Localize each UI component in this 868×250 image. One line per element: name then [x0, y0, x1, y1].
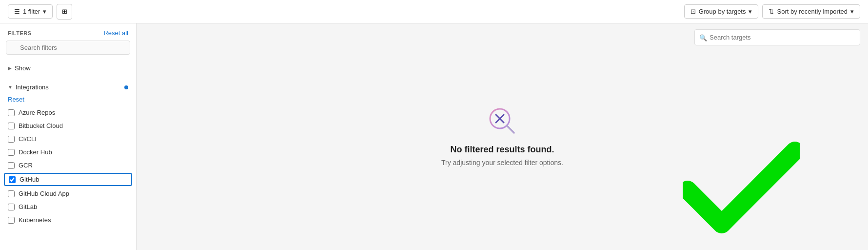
- filter-item-label: Bitbucket Cloud: [19, 122, 63, 129]
- no-results-title: No filtered results found.: [450, 145, 554, 155]
- show-section: ▶ Show: [0, 59, 136, 78]
- filter-checkbox-kubernetes[interactable]: [8, 217, 15, 224]
- chevron-down-icon: ▾: [43, 8, 46, 15]
- filter-item[interactable]: Kubernetes: [0, 213, 136, 227]
- show-section-header[interactable]: ▶ Show: [0, 61, 136, 76]
- group-icon: ⊡: [690, 8, 696, 15]
- filter-item-label: GitHub Cloud App: [19, 190, 69, 197]
- integrations-section-label: Integrations: [16, 83, 49, 91]
- filter-item[interactable]: CI/CLI: [0, 132, 136, 146]
- sort-icon: ⇅: [769, 8, 774, 15]
- filter-label: 1 filter: [23, 8, 40, 15]
- integrations-section: ▼ Integrations Reset Azure ReposBitbucke…: [0, 78, 136, 229]
- filter-checkbox-gitlab[interactable]: [8, 204, 15, 210]
- filter-item-label: Azure Repos: [19, 109, 55, 116]
- group-by-button[interactable]: ⊡ Group by targets ▾: [684, 4, 759, 19]
- filter-checkbox-github[interactable]: [9, 176, 16, 183]
- filter-item-label: Docker Hub: [19, 148, 52, 156]
- filter-item[interactable]: Bitbucket Cloud: [0, 119, 136, 132]
- search-filters-input[interactable]: [6, 41, 130, 55]
- sort-chevron-icon: ▾: [850, 8, 854, 15]
- top-toolbar: ☰ 1 filter ▾ ⊞ ⊡ Group by targets ▾ ⇅ So…: [0, 0, 868, 23]
- grid-icon: ⊞: [62, 8, 67, 15]
- filter-checkbox-ci/cli[interactable]: [8, 136, 15, 143]
- show-section-label: Show: [15, 64, 31, 72]
- search-filters-wrapper: 🔍: [0, 41, 136, 59]
- search-targets-icon: 🔍: [699, 34, 707, 41]
- content-area: 🔍 No filtered results found. Try adj: [137, 23, 868, 250]
- filter-checkbox-docker-hub[interactable]: [8, 149, 15, 156]
- sidebar: FILTERS Reset all 🔍 ▶ Show ▼ Integration…: [0, 23, 137, 250]
- show-chevron-icon: ▶: [8, 65, 12, 71]
- toolbar-left: ☰ 1 filter ▾ ⊞: [8, 4, 72, 20]
- filter-item[interactable]: Docker Hub: [0, 146, 136, 159]
- filter-checkbox-bitbucket-cloud[interactable]: [8, 123, 15, 129]
- filter-icon: ☰: [14, 8, 20, 15]
- filter-item-label: GitLab: [19, 203, 37, 210]
- group-by-label: Group by targets: [699, 8, 746, 15]
- checkmark-icon: [683, 141, 800, 239]
- integrations-chevron-icon: ▼: [8, 84, 13, 90]
- filter-item-label: GitHub: [20, 176, 39, 183]
- filter-item[interactable]: GCR: [0, 159, 136, 172]
- reset-all-button[interactable]: Reset all: [103, 29, 128, 37]
- filter-item[interactable]: GitLab: [0, 200, 136, 213]
- toolbar-right: ⊡ Group by targets ▾ ⇅ Sort by recently …: [684, 4, 860, 19]
- sort-by-label: Sort by recently imported: [777, 8, 848, 15]
- integrations-section-header[interactable]: ▼ Integrations: [0, 80, 136, 95]
- search-targets-input[interactable]: [694, 29, 860, 45]
- filter-checkbox-azure-repos[interactable]: [8, 109, 15, 116]
- filter-item[interactable]: GitHub: [4, 173, 132, 186]
- empty-state: No filtered results found. Try adjusting…: [137, 51, 868, 250]
- filter-items-list: Azure ReposBitbucket CloudCI/CLIDocker H…: [0, 106, 136, 227]
- sort-by-button[interactable]: ⇅ Sort by recently imported ▾: [762, 4, 860, 19]
- sidebar-header: FILTERS Reset all: [0, 23, 136, 41]
- filter-checkbox-gcr[interactable]: [8, 162, 15, 169]
- integrations-active-indicator: [124, 85, 128, 89]
- filters-heading: FILTERS: [8, 30, 32, 36]
- no-results-icon: [487, 105, 518, 137]
- filter-button[interactable]: ☰ 1 filter ▾: [8, 4, 53, 19]
- group-chevron-icon: ▾: [749, 8, 752, 15]
- grid-view-button[interactable]: ⊞: [57, 4, 72, 20]
- filter-item-label: Kubernetes: [19, 216, 51, 224]
- filter-item[interactable]: Azure Repos: [0, 106, 136, 119]
- content-header: 🔍: [137, 23, 868, 51]
- filter-item-label: CI/CLI: [19, 135, 37, 143]
- no-results-subtitle: Try adjusting your selected filter optio…: [441, 159, 563, 167]
- filter-checkbox-github-cloud-app[interactable]: [8, 190, 15, 197]
- filter-item-label: GCR: [19, 162, 33, 169]
- main-layout: FILTERS Reset all 🔍 ▶ Show ▼ Integration…: [0, 23, 868, 250]
- search-filters-container: 🔍: [6, 41, 130, 55]
- search-targets-wrapper: 🔍: [694, 29, 860, 45]
- integrations-reset-link[interactable]: Reset: [0, 95, 136, 106]
- svg-line-3: [507, 125, 514, 133]
- filter-item[interactable]: GitHub Cloud App: [0, 187, 136, 200]
- checkmark-overlay: [683, 141, 800, 240]
